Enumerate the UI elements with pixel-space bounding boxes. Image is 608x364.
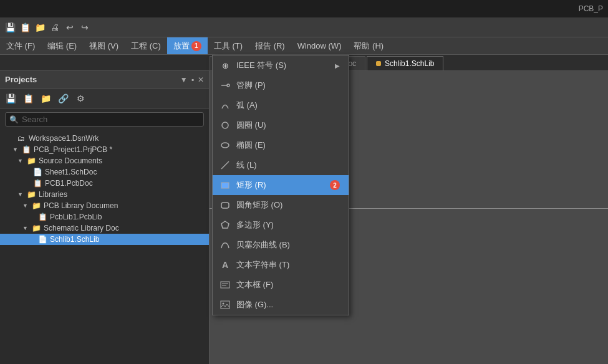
toolbar: 💾 📋 📁 🖨 ↩ ↪ xyxy=(0,17,608,37)
dropdown-rect-badge: 2 xyxy=(330,180,340,190)
svg-rect-8 xyxy=(221,282,229,288)
menu-tools[interactable]: 工具 (T) xyxy=(208,37,249,54)
tree-schlib-folder[interactable]: ▼ 📁 Schematic Library Doc xyxy=(0,223,209,234)
source-docs-icon: 📁 xyxy=(26,156,36,165)
menu-window[interactable]: Window (W) xyxy=(291,37,348,54)
svg-point-12 xyxy=(223,303,224,305)
svg-line-4 xyxy=(221,161,229,169)
tab-schlib[interactable]: Schlib1.SchLib xyxy=(367,56,443,70)
tree-pcblib-folder[interactable]: ▼ 📁 PCB Library Documen xyxy=(0,200,209,211)
tree-arrow-pcblib-folder: ▼ xyxy=(22,203,29,209)
tree-libraries[interactable]: ▼ 📁 Libraries xyxy=(0,189,209,200)
arc-icon xyxy=(219,99,231,112)
sidebar-float-btn[interactable]: ▪ xyxy=(191,75,194,84)
search-box: 🔍 xyxy=(5,112,204,127)
tree-arrow-schlib-folder: ▼ xyxy=(22,225,29,231)
dropdown-ellipse[interactable]: 椭圆 (E) xyxy=(213,135,349,155)
sidebar-toolbar: 💾 📋 📁 🔗 ⚙ xyxy=(0,89,209,108)
menu-reports[interactable]: 报告 (R) xyxy=(249,37,291,54)
menu-view[interactable]: 视图 (V) xyxy=(83,37,125,54)
dropdown-image[interactable]: 图像 (G)... xyxy=(213,295,349,315)
title-bar: PCB_P xyxy=(0,0,608,17)
svg-rect-11 xyxy=(221,301,229,309)
toolbar-undo[interactable]: ↩ xyxy=(64,21,76,34)
dropdown-arc[interactable]: 弧 (A) xyxy=(213,95,349,115)
tree-pcblib1[interactable]: 📋 PcbLib1.PcbLib xyxy=(0,211,209,223)
menu-place[interactable]: 放置 1 xyxy=(167,37,208,54)
tree-pcb1[interactable]: 📋 PCB1.PcbDoc xyxy=(0,178,209,189)
ieee-icon: ⊕ xyxy=(219,59,231,72)
schlib-folder-icon: 📁 xyxy=(31,224,41,232)
tab-dot-schlib xyxy=(376,61,381,66)
tree-schlib1[interactable]: 📄 Schlib1.SchLib xyxy=(0,234,209,245)
pin-icon xyxy=(219,79,231,92)
svg-point-2 xyxy=(222,122,228,128)
menu-file[interactable]: 文件 (F) xyxy=(0,37,41,54)
dropdown-menu-list: ⊕ IEEE 符号 (S) 管脚 (P) 弧 (A) 圆圈 (U) xyxy=(212,55,349,315)
svg-point-3 xyxy=(221,143,229,148)
dropdown-bezier[interactable]: 贝塞尔曲线 (B) xyxy=(213,235,349,255)
schlib1-icon: 📄 xyxy=(37,235,47,244)
sidebar-open-icon[interactable]: 📁 xyxy=(39,92,52,105)
dropdown-line[interactable]: 线 (L) xyxy=(213,155,349,175)
menu-place-badge: 1 xyxy=(191,41,201,51)
menubar: 文件 (F) 编辑 (E) 视图 (V) 工程 (C) 放置 1 工具 (T) … xyxy=(0,37,608,55)
toolbar-save[interactable]: 💾 xyxy=(4,21,16,34)
dropdown-roundrect[interactable]: 圆角矩形 (O) xyxy=(213,195,349,215)
tree-arrow-project: ▼ xyxy=(12,146,19,153)
sidebar-pin-btn[interactable]: ▼ xyxy=(180,75,188,84)
libraries-icon: 📁 xyxy=(26,190,36,199)
sidebar-link-icon[interactable]: 🔗 xyxy=(56,92,70,105)
svg-point-1 xyxy=(227,84,229,87)
project-icon: 📋 xyxy=(21,145,31,154)
toolbar-print[interactable]: 🖨 xyxy=(49,21,61,34)
text-icon: A xyxy=(219,259,231,271)
dropdown-circle[interactable]: 圆圈 (U) xyxy=(213,115,349,135)
tree-project[interactable]: ▼ 📋 PCB_Project1.PrjPCB * xyxy=(0,144,209,155)
title-text: PCB_P xyxy=(5,4,603,13)
menu-edit[interactable]: 编辑 (E) xyxy=(41,37,83,54)
sidebar-copy-icon[interactable]: 📋 xyxy=(21,92,35,105)
svg-rect-6 xyxy=(221,203,229,208)
search-input[interactable] xyxy=(22,115,200,124)
sidebar-header: Projects ▼ ▪ ✕ xyxy=(0,71,209,89)
rect-icon xyxy=(219,179,231,191)
roundrect-icon xyxy=(219,199,231,211)
sheet1-icon: 📄 xyxy=(32,168,42,176)
toolbar-copy[interactable]: 📋 xyxy=(19,21,31,34)
line-icon xyxy=(219,159,231,171)
menu-help[interactable]: 帮助 (H) xyxy=(347,37,390,54)
search-icon: 🔍 xyxy=(9,115,19,124)
dropdown-text[interactable]: A 文本字符串 (T) xyxy=(213,255,349,275)
menu-project[interactable]: 工程 (C) xyxy=(125,37,167,54)
tree-sheet1[interactable]: 📄 Sheet1.SchDoc xyxy=(0,166,209,178)
sidebar-close-btn[interactable]: ✕ xyxy=(198,75,204,84)
textbox-icon xyxy=(219,279,231,291)
svg-rect-5 xyxy=(221,183,229,188)
sidebar-controls: ▼ ▪ ✕ xyxy=(180,75,204,84)
pcb1-icon: 📋 xyxy=(32,179,42,188)
ellipse-icon xyxy=(219,139,231,151)
tree-workspace[interactable]: 🗂 Workspace1.DsnWrk xyxy=(0,133,209,144)
dropdown-pin[interactable]: 管脚 (P) xyxy=(213,75,349,95)
svg-marker-7 xyxy=(221,221,229,228)
pcblib-folder-icon: 📁 xyxy=(31,201,41,210)
toolbar-open[interactable]: 📁 xyxy=(34,21,46,34)
workspace-icon: 🗂 xyxy=(16,134,26,143)
tree-arrow-source: ▼ xyxy=(17,158,24,164)
tree-source-docs[interactable]: ▼ 📁 Source Documents xyxy=(0,155,209,166)
tree-arrow-libraries: ▼ xyxy=(17,191,24,198)
sidebar-settings-icon[interactable]: ⚙ xyxy=(74,92,87,105)
dropdown-polygon[interactable]: 多边形 (Y) xyxy=(213,215,349,235)
circle-icon xyxy=(219,119,231,132)
project-tree: 🗂 Workspace1.DsnWrk ▼ 📋 PCB_Project1.Prj… xyxy=(0,130,209,364)
dropdown-textbox[interactable]: 文本框 (F) xyxy=(213,275,349,295)
toolbar-redo[interactable]: ↪ xyxy=(79,21,91,34)
sidebar-save-icon[interactable]: 💾 xyxy=(4,92,17,105)
pcblib1-icon: 📋 xyxy=(37,213,47,221)
dropdown-rect[interactable]: 矩形 (R) 2 xyxy=(213,175,349,195)
polygon-icon xyxy=(219,219,231,231)
dropdown-ieee[interactable]: ⊕ IEEE 符号 (S) xyxy=(213,55,349,75)
image-icon xyxy=(219,299,231,311)
sidebar-title: Projects xyxy=(5,75,37,84)
